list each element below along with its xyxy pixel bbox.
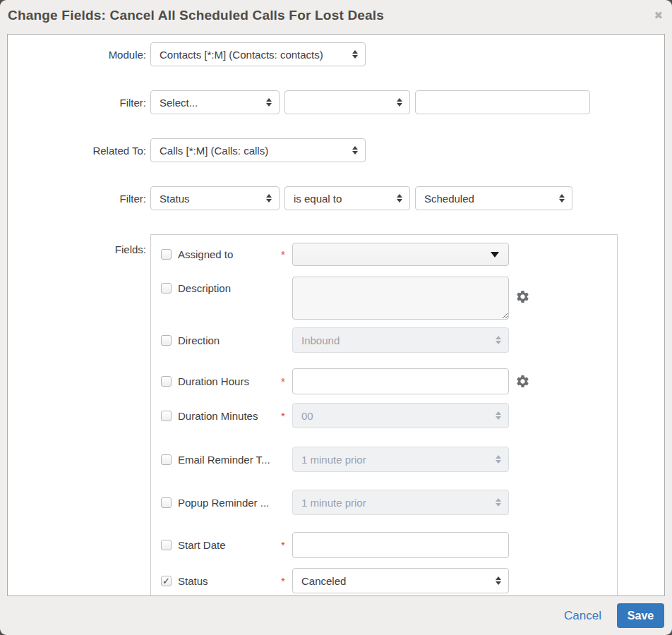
field-label: Email Reminder T... — [178, 454, 281, 466]
module-select-value: Contacts [*:M] (Contacts: contacts) — [160, 49, 347, 61]
updown-stepper-icon — [559, 194, 565, 202]
related-to-value: Calls [*:M] (Calls: calls) — [160, 145, 347, 157]
dialog-body: Module: Contacts [*:M] (Contacts: contac… — [7, 34, 665, 596]
fields-row: Fields: Assigned to * Description — [8, 234, 664, 596]
updown-stepper-icon — [496, 576, 501, 585]
field-row-popup-reminder: Popup Reminder ... 1 minute prior — [161, 490, 617, 515]
updown-stepper-icon — [496, 411, 501, 420]
required-asterisk: * — [281, 539, 292, 551]
field-label: Status — [178, 575, 281, 587]
required-asterisk: * — [281, 410, 292, 422]
duration-hours-input[interactable] — [292, 368, 509, 394]
field-label: Start Date — [178, 539, 281, 551]
assigned-to-dropdown[interactable] — [292, 243, 509, 266]
field-label: Assigned to — [178, 248, 281, 260]
email-reminder-select: 1 minute prior — [292, 447, 509, 472]
start-date-checkbox[interactable] — [161, 540, 172, 550]
assigned-to-checkbox[interactable] — [161, 249, 172, 260]
caret-down-icon — [491, 252, 499, 258]
field-row-email-reminder: Email Reminder T... 1 minute prior — [161, 447, 617, 472]
related-to-select[interactable]: Calls [*:M] (Calls: calls) — [150, 138, 366, 162]
module-select[interactable]: Contacts [*:M] (Contacts: contacts) — [150, 42, 366, 66]
status-checkbox[interactable] — [161, 576, 172, 586]
dialog-footer: Cancel Save — [0, 596, 672, 635]
related-to-row: Related To: Calls [*:M] (Calls: calls) — [8, 138, 664, 162]
cancel-button[interactable]: Cancel — [564, 609, 601, 623]
popup-reminder-value: 1 minute prior — [301, 497, 490, 509]
related-filter-value-select[interactable]: Scheduled — [415, 186, 572, 210]
related-filter-value-value: Scheduled — [424, 193, 553, 205]
field-row-direction: Direction Inbound — [161, 327, 617, 353]
updown-stepper-icon — [496, 498, 501, 507]
updown-stepper-icon — [352, 146, 358, 155]
field-row-duration-minutes: Duration Minutes * 00 — [161, 403, 617, 428]
required-asterisk: * — [281, 575, 292, 587]
module-row: Module: Contacts [*:M] (Contacts: contac… — [8, 42, 664, 66]
field-row-assigned-to: Assigned to * — [161, 243, 617, 266]
updown-stepper-icon — [266, 98, 272, 107]
close-icon[interactable]: ✖ — [654, 11, 663, 21]
required-asterisk: * — [281, 375, 292, 387]
duration-minutes-value: 00 — [301, 410, 490, 422]
related-filter-label: Filter: — [8, 193, 146, 205]
status-select[interactable]: Canceled — [292, 568, 509, 593]
description-textarea[interactable] — [292, 277, 509, 320]
description-checkbox[interactable] — [161, 283, 172, 294]
field-label: Duration Minutes — [178, 410, 281, 422]
related-filter-operator-select[interactable]: is equal to — [284, 186, 410, 210]
field-row-status: Status * Canceled — [161, 568, 617, 593]
field-row-start-date: Start Date * — [161, 532, 617, 558]
field-row-description: Description — [161, 277, 617, 320]
related-filter-field-select[interactable]: Status — [150, 186, 280, 210]
popup-reminder-checkbox[interactable] — [161, 497, 172, 508]
email-reminder-value: 1 minute prior — [301, 454, 490, 466]
direction-value: Inbound — [301, 334, 490, 346]
updown-stepper-icon — [397, 98, 402, 107]
status-value: Canceled — [301, 575, 490, 587]
popup-reminder-select: 1 minute prior — [292, 490, 509, 515]
related-to-label: Related To: — [8, 145, 146, 157]
dialog-title: Change Fields: Cancel All Scheduled Call… — [8, 8, 654, 23]
module-label: Module: — [8, 49, 146, 61]
filter-value-input[interactable] — [415, 90, 590, 114]
direction-select: Inbound — [292, 327, 509, 353]
save-button[interactable]: Save — [617, 603, 664, 628]
updown-stepper-icon — [266, 194, 272, 202]
duration-hours-checkbox[interactable] — [161, 376, 172, 387]
fields-list: Assigned to * Description — [150, 234, 618, 596]
field-label: Description — [178, 282, 281, 294]
field-row-duration-hours: Duration Hours * — [161, 368, 617, 394]
direction-checkbox[interactable] — [161, 335, 172, 346]
field-label: Duration Hours — [178, 375, 281, 387]
updown-stepper-icon — [496, 455, 501, 464]
filter-operator-select[interactable] — [284, 90, 410, 114]
filter-row: Filter: Select... — [8, 90, 664, 114]
gear-icon[interactable] — [515, 374, 530, 389]
related-filter-operator-value: is equal to — [294, 193, 391, 205]
start-date-input[interactable] — [292, 532, 509, 558]
duration-minutes-select: 00 — [292, 403, 509, 428]
required-asterisk: * — [281, 248, 292, 260]
filter-label: Filter: — [8, 97, 146, 109]
dialog-header: Change Fields: Cancel All Scheduled Call… — [0, 0, 672, 34]
filter-field-select[interactable]: Select... — [150, 90, 280, 114]
updown-stepper-icon — [397, 194, 402, 202]
related-filter-field-value: Status — [160, 193, 260, 205]
fields-label: Fields: — [8, 234, 146, 255]
email-reminder-checkbox[interactable] — [161, 454, 172, 465]
updown-stepper-icon — [496, 336, 501, 344]
change-fields-dialog: Change Fields: Cancel All Scheduled Call… — [0, 0, 672, 635]
filter-field-value: Select... — [160, 97, 260, 109]
related-filter-row: Filter: Status is equal to Scheduled — [8, 186, 664, 210]
gear-icon[interactable] — [515, 289, 530, 304]
field-label: Direction — [178, 334, 281, 346]
updown-stepper-icon — [352, 50, 358, 59]
duration-minutes-checkbox[interactable] — [161, 411, 172, 421]
field-label: Popup Reminder ... — [178, 497, 281, 509]
